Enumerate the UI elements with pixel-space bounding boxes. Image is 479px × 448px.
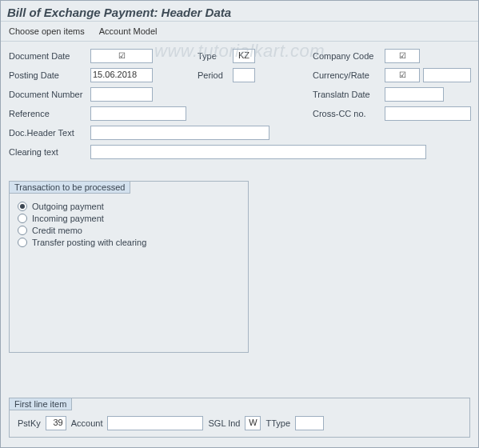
- cross-cc-no-label: Cross-CC no.: [313, 109, 385, 118]
- doc-header-text-label: Doc.Header Text: [9, 128, 90, 138]
- document-date-label: Document Date: [9, 51, 90, 61]
- company-code-label: Company Code: [313, 51, 385, 61]
- reference-input[interactable]: [90, 106, 186, 121]
- radio-incoming-payment[interactable]: Incoming payment: [18, 214, 240, 223]
- transaction-groupbox: Transaction to be processed Outgoing pay…: [9, 181, 249, 353]
- period-label: Period: [198, 70, 233, 80]
- first-line-item-groupbox: First line item PstKy 39 Account SGL Ind…: [9, 398, 470, 438]
- doc-header-text-input[interactable]: [90, 126, 269, 140]
- account-input[interactable]: [107, 416, 203, 430]
- type-input[interactable]: KZ: [233, 49, 255, 63]
- first-line-item-title: First line item: [9, 398, 72, 410]
- posting-date-label: Posting Date: [9, 70, 90, 80]
- sgl-ind-input[interactable]: W: [245, 416, 261, 430]
- rate-input[interactable]: [423, 68, 471, 82]
- period-input[interactable]: [233, 68, 255, 82]
- document-number-input[interactable]: [90, 87, 153, 102]
- titlebar: Bill of Exchange Payment: Header Data: [1, 1, 478, 22]
- choose-open-items-button[interactable]: Choose open items: [7, 25, 86, 38]
- sap-window: Bill of Exchange Payment: Header Data Ch…: [0, 0, 479, 448]
- account-label: Account: [71, 418, 103, 428]
- document-date-input[interactable]: ☑: [90, 49, 153, 63]
- radio-icon: [18, 202, 27, 211]
- header-col-right: Company Code ☑ Currency/Rate ☑ Translatn…: [313, 48, 471, 125]
- header-form: Document Date ☑ Posting Date 15.06.2018 …: [1, 42, 478, 166]
- clearing-text-input[interactable]: [90, 145, 426, 159]
- toolbar: Choose open items Account Model: [1, 22, 478, 42]
- pstky-input[interactable]: 39: [46, 416, 66, 430]
- clearing-text-label: Clearing text: [9, 147, 90, 157]
- currency-input[interactable]: ☑: [385, 68, 420, 82]
- reference-label: Reference: [9, 109, 90, 118]
- sgl-ind-label: SGL Ind: [208, 418, 240, 428]
- pstky-label: PstKy: [18, 418, 41, 428]
- account-model-button[interactable]: Account Model: [98, 25, 159, 38]
- radio-transfer-posting[interactable]: Transfer posting with clearing: [18, 238, 240, 247]
- radio-icon: [18, 214, 27, 223]
- cross-cc-no-input[interactable]: [385, 106, 471, 121]
- radio-icon: [18, 226, 27, 235]
- header-col-left: Document Date ☑ Posting Date 15.06.2018 …: [9, 48, 186, 125]
- radio-outgoing-payment[interactable]: Outgoing payment: [18, 202, 240, 211]
- check-icon: ☑: [399, 70, 406, 79]
- transaction-groupbox-title: Transaction to be processed: [9, 181, 130, 194]
- ttype-label: TType: [265, 418, 290, 428]
- radio-label: Credit memo: [32, 226, 82, 235]
- radio-label: Incoming payment: [32, 214, 104, 223]
- header-col-mid: Type KZ Period: [198, 48, 301, 125]
- radio-label: Outgoing payment: [32, 202, 104, 211]
- currency-rate-label: Currency/Rate: [313, 70, 385, 80]
- check-icon: ☑: [399, 51, 406, 60]
- company-code-input[interactable]: ☑: [385, 49, 420, 63]
- page-title: Bill of Exchange Payment: Header Data: [7, 6, 472, 19]
- radio-credit-memo[interactable]: Credit memo: [18, 226, 240, 235]
- posting-date-input[interactable]: 15.06.2018: [90, 68, 153, 82]
- type-label: Type: [198, 51, 233, 61]
- ttype-input[interactable]: [295, 416, 324, 430]
- radio-label: Transfer posting with clearing: [32, 238, 146, 247]
- document-number-label: Document Number: [9, 90, 90, 99]
- translatn-date-input[interactable]: [385, 87, 444, 102]
- radio-icon: [18, 238, 27, 247]
- translatn-date-label: Translatn Date: [313, 90, 385, 99]
- check-icon: ☑: [118, 51, 126, 60]
